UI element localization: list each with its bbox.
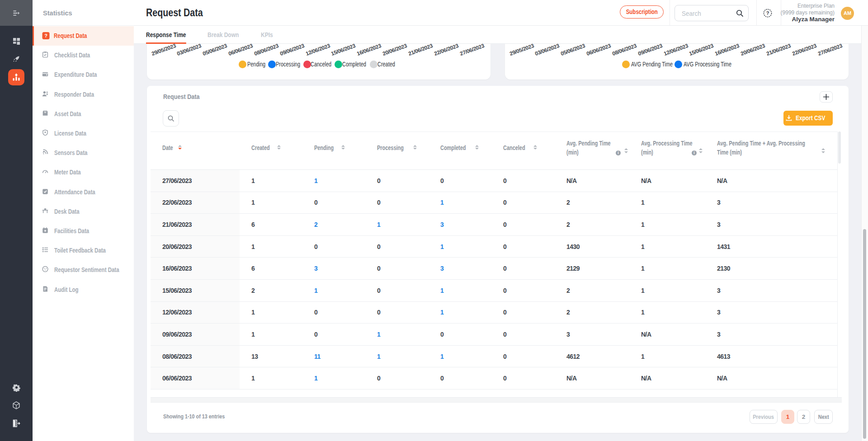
svg-text:?: ?: [44, 33, 47, 38]
svg-text:?: ?: [766, 10, 769, 16]
